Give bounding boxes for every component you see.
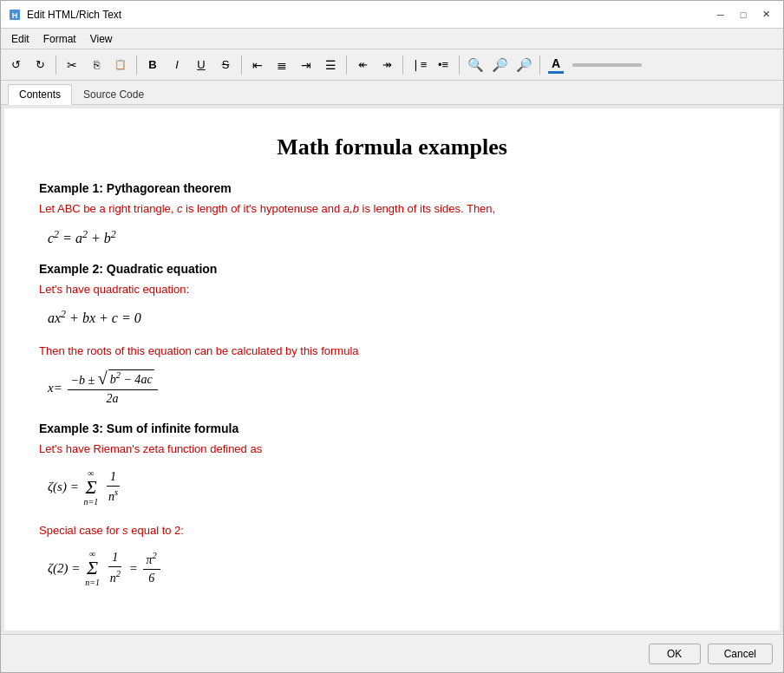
ok-button[interactable]: OK: [649, 644, 701, 664]
tabs-bar: Contents Source Code: [1, 81, 783, 105]
cancel-button[interactable]: Cancel: [708, 644, 773, 664]
title-bar: H Edit HTML/Rich Text ─ □ ✕: [1, 1, 783, 29]
formula-pythagorean: c2 = a2 + b2: [48, 228, 745, 246]
document-title: Math formula examples: [39, 134, 745, 160]
font-color-button[interactable]: A: [545, 54, 567, 76]
minimize-button[interactable]: ─: [710, 6, 731, 23]
bold-button[interactable]: B: [141, 54, 164, 76]
ordered-list-button[interactable]: ❘≡: [408, 54, 430, 76]
menu-format[interactable]: Format: [36, 31, 83, 47]
toolbar-sep-6: [459, 56, 460, 75]
example-1-section: Example 1: Pythagorean theorem Let ABC b…: [39, 181, 745, 246]
toolbar-sep-5: [402, 56, 403, 75]
example-1-text: Let ABC be a right triangle, c is length…: [39, 200, 745, 218]
outdent-button[interactable]: ↞: [351, 54, 374, 76]
toolbar-sep-1: [56, 56, 56, 75]
toolbar-sep-4: [346, 56, 347, 75]
example-3-text: Let's have Rieman's zeta function define…: [39, 441, 745, 458]
toolbar-sep-2: [136, 56, 137, 75]
formula-zeta-2: ζ(2) = ∞ Σ n=1 1 n2 =: [48, 549, 745, 587]
example-3-extra-text: Special case for s equal to 2:: [39, 522, 745, 539]
example-2-heading: Example 2: Quadratic equation: [39, 262, 745, 276]
window-title: Edit HTML/Rich Text: [27, 9, 710, 21]
editor-area[interactable]: Math formula examples Example 1: Pythago…: [4, 108, 780, 631]
close-button[interactable]: ✕: [755, 6, 776, 23]
align-justify-button[interactable]: ☰: [319, 54, 342, 76]
content-area: Math formula examples Example 1: Pythago…: [1, 105, 783, 634]
toolbar-sep-7: [539, 56, 540, 75]
italic-button[interactable]: I: [166, 54, 188, 76]
menu-edit[interactable]: Edit: [4, 31, 36, 47]
window-icon: H: [8, 8, 22, 22]
zoom-out-button[interactable]: 🔍: [488, 54, 511, 76]
formula-quadratic-roots: x = −b ± √ b2 − 4ac 2a: [48, 369, 745, 406]
underline-button[interactable]: U: [190, 54, 212, 76]
example-2-extra-text: Then the roots of this equation can be c…: [39, 343, 745, 360]
zoom-slider[interactable]: [572, 63, 642, 67]
align-left-button[interactable]: ⇤: [246, 54, 269, 76]
window-controls: ─ □ ✕: [710, 6, 776, 23]
redo-button[interactable]: ↻: [29, 54, 51, 76]
menu-bar: Edit Format View: [1, 29, 783, 49]
toolbar: ↺ ↻ ✂ ⎘ 📋 B I U S ⇤ ≣ ⇥ ☰ ↞ ↠ ❘≡ •≡ 🔍 🔍 …: [1, 49, 783, 81]
unordered-list-button[interactable]: •≡: [432, 54, 454, 76]
example-2-text: Let's have quadratic equation:: [39, 281, 745, 298]
cut-button[interactable]: ✂: [61, 54, 83, 76]
svg-text:H: H: [12, 11, 18, 20]
paste-button[interactable]: 📋: [109, 54, 132, 76]
tab-source-code[interactable]: Source Code: [72, 84, 155, 104]
menu-view[interactable]: View: [83, 31, 120, 47]
bottom-bar: OK Cancel: [1, 634, 783, 672]
zoom-reset-button[interactable]: 🔎: [513, 54, 535, 76]
strikethrough-button[interactable]: S: [214, 54, 237, 76]
example-2-section: Example 2: Quadratic equation Let's have…: [39, 262, 745, 406]
toolbar-sep-3: [241, 56, 242, 75]
formula-quadratic: ax2 + bx + c = 0: [48, 308, 745, 326]
example-1-heading: Example 1: Pythagorean theorem: [39, 181, 745, 195]
indent-button[interactable]: ↠: [376, 54, 398, 76]
undo-button[interactable]: ↺: [4, 54, 27, 76]
maximize-button[interactable]: □: [733, 6, 754, 23]
align-right-button[interactable]: ⇥: [295, 54, 317, 76]
zoom-track: [572, 63, 642, 67]
example-3-heading: Example 3: Sum of infinite formula: [39, 421, 745, 435]
copy-button[interactable]: ⎘: [85, 54, 108, 76]
align-center-button[interactable]: ≣: [271, 54, 293, 76]
formula-zeta-1: ζ(s) = ∞ Σ n=1 1 ns: [48, 468, 745, 506]
example-3-section: Example 3: Sum of infinite formula Let's…: [39, 421, 745, 587]
color-indicator: [548, 71, 564, 74]
main-window: H Edit HTML/Rich Text ─ □ ✕ Edit Format …: [0, 0, 784, 673]
font-color-letter: A: [552, 56, 560, 70]
zoom-in-button[interactable]: 🔍: [464, 54, 487, 76]
tab-contents[interactable]: Contents: [8, 84, 72, 105]
